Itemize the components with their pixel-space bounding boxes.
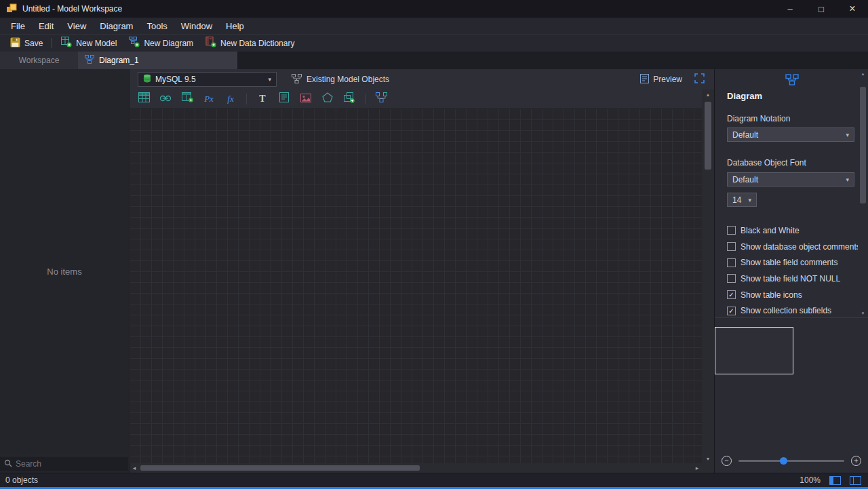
database-version-select[interactable]: MySQL 9.5 ▾ bbox=[138, 72, 277, 87]
new-model-button[interactable]: New Model bbox=[55, 35, 123, 52]
note-icon bbox=[279, 92, 289, 105]
text-label-tool[interactable]: T bbox=[256, 93, 269, 105]
auto-layout-tool[interactable] bbox=[375, 93, 387, 105]
maximize-button[interactable]: □ bbox=[806, 0, 837, 18]
model-workspace-window: Untitled - Model Workspace – □ × File Ed… bbox=[0, 0, 868, 489]
menu-tools[interactable]: Tools bbox=[140, 18, 174, 34]
shape-tool[interactable] bbox=[321, 93, 334, 105]
search-icon bbox=[4, 458, 12, 470]
tools-separator-2 bbox=[365, 94, 366, 104]
diagram-grid-canvas[interactable] bbox=[130, 109, 702, 463]
checkbox-box[interactable]: ✓ bbox=[727, 307, 736, 315]
tab-workspace[interactable]: Workspace bbox=[0, 52, 78, 69]
menu-help[interactable]: Help bbox=[219, 18, 251, 34]
note-tool[interactable] bbox=[278, 93, 290, 105]
save-icon bbox=[10, 37, 20, 50]
scroll-up-icon[interactable]: ▲ bbox=[858, 69, 868, 78]
function-tool[interactable]: fx bbox=[224, 93, 237, 105]
object-font-label: Database Object Font bbox=[727, 158, 806, 168]
checkbox-show-field-not-null[interactable]: Show table field NOT NULL bbox=[727, 271, 861, 287]
zoom-level: 100% bbox=[800, 475, 821, 485]
checkbox-box[interactable]: ✓ bbox=[727, 290, 736, 299]
diagram-minimap[interactable] bbox=[715, 327, 793, 374]
checkbox-box[interactable] bbox=[727, 258, 736, 267]
px-icon: Px bbox=[204, 94, 214, 104]
scroll-right-icon[interactable]: ▸ bbox=[692, 463, 702, 473]
close-button[interactable]: × bbox=[837, 0, 868, 18]
canvas-vertical-scrollbar[interactable]: ▲ ▼ bbox=[702, 90, 714, 463]
horizontal-scroll-thumb[interactable] bbox=[140, 465, 420, 471]
zoom-slider-thumb[interactable] bbox=[780, 457, 787, 465]
add-layer-tool[interactable] bbox=[343, 93, 355, 105]
menu-diagram[interactable]: Diagram bbox=[93, 18, 140, 34]
menu-window[interactable]: Window bbox=[174, 18, 219, 34]
chevron-down-icon: ▾ bbox=[268, 76, 271, 83]
checkbox-show-db-object-comments[interactable]: Show database object comments bbox=[727, 239, 861, 255]
canvas-horizontal-scrollbar[interactable]: ◂ ▸ bbox=[130, 463, 702, 473]
scroll-up-icon[interactable]: ▲ bbox=[702, 90, 714, 99]
shape-icon bbox=[322, 92, 333, 105]
font-size-select[interactable]: 14 ▾ bbox=[727, 193, 757, 207]
image-tool[interactable] bbox=[300, 93, 312, 105]
tabbar: Workspace Diagram_1 bbox=[0, 52, 868, 69]
search-input[interactable] bbox=[16, 459, 124, 469]
menu-file[interactable]: File bbox=[4, 18, 32, 34]
object-font-select[interactable]: Default ▾ bbox=[727, 172, 854, 187]
checkbox-show-table-icons[interactable]: ✓ Show table icons bbox=[727, 287, 861, 303]
minimize-button[interactable]: – bbox=[774, 0, 806, 18]
menu-view[interactable]: View bbox=[60, 18, 93, 34]
menu-edit[interactable]: Edit bbox=[32, 18, 60, 34]
existing-model-objects-button[interactable]: Existing Model Objects bbox=[292, 74, 389, 85]
zoom-out-button[interactable]: − bbox=[722, 456, 732, 466]
new-view-tool[interactable] bbox=[181, 93, 193, 105]
checkbox-black-and-white[interactable]: Black and White bbox=[727, 222, 861, 239]
panel-title: Diagram bbox=[727, 91, 762, 101]
panel-scroll-thumb[interactable] bbox=[860, 87, 866, 203]
view-grid-icon bbox=[182, 92, 193, 105]
zoom-in-button[interactable]: + bbox=[851, 456, 861, 466]
database-icon bbox=[143, 74, 151, 85]
checkbox-box[interactable] bbox=[727, 274, 736, 283]
canvas-toolbar-tools: Px fx T bbox=[130, 90, 714, 109]
new-data-dictionary-button[interactable]: New Data Dictionary bbox=[199, 35, 300, 52]
table-icon bbox=[138, 92, 150, 105]
diagram-notation-select[interactable]: Default ▾ bbox=[727, 128, 854, 142]
checkbox-show-field-comments[interactable]: Show table field comments bbox=[727, 254, 861, 271]
window-title: Untitled - Model Workspace bbox=[22, 4, 122, 14]
preview-icon bbox=[640, 74, 649, 85]
scroll-down-icon[interactable]: ▼ bbox=[702, 454, 714, 463]
checkbox-box[interactable] bbox=[727, 242, 736, 251]
image-icon bbox=[300, 93, 311, 105]
panel-scrollbar[interactable]: ▲ ▼ bbox=[858, 69, 868, 317]
chevron-down-icon: ▾ bbox=[846, 132, 849, 138]
checkbox-box[interactable] bbox=[727, 226, 736, 235]
app-icon bbox=[6, 3, 17, 14]
scroll-down-icon[interactable]: ▼ bbox=[858, 309, 868, 317]
vertical-scroll-thumb[interactable] bbox=[705, 102, 711, 170]
zoom-control: − + bbox=[722, 454, 861, 467]
no-items-text: No items bbox=[0, 267, 129, 277]
tools-separator bbox=[246, 94, 247, 104]
new-diagram-icon bbox=[129, 37, 140, 50]
diagram-canvas-area: MySQL 9.5 ▾ Existing Model Objects Previ… bbox=[130, 69, 714, 473]
main-area: No items MySQL 9.5 ▾ bbox=[0, 69, 868, 473]
new-table-tool[interactable] bbox=[138, 93, 150, 105]
diagram-notation-label: Diagram Notation bbox=[727, 114, 790, 123]
toggle-left-panel-button[interactable] bbox=[829, 476, 841, 485]
fullscreen-button[interactable] bbox=[694, 73, 705, 86]
save-button[interactable]: Save bbox=[4, 35, 49, 52]
new-data-dictionary-icon bbox=[205, 37, 216, 50]
options-checkbox-list: Black and White Show database object com… bbox=[727, 222, 861, 319]
layers-icon bbox=[344, 92, 355, 106]
scroll-left-icon[interactable]: ◂ bbox=[130, 463, 139, 473]
preview-button[interactable]: Preview bbox=[640, 74, 682, 85]
toggle-right-panel-button[interactable] bbox=[850, 476, 861, 485]
checkbox-show-collection-subfields[interactable]: ✓ Show collection subfields bbox=[727, 302, 861, 319]
new-diagram-button[interactable]: New Diagram bbox=[123, 35, 199, 52]
zoom-slider[interactable] bbox=[738, 460, 844, 462]
new-relation-tool[interactable] bbox=[159, 93, 172, 105]
main-toolbar: Save New Model New Diagram New Data Dict… bbox=[0, 34, 868, 52]
tab-diagram-1[interactable]: Diagram_1 bbox=[78, 52, 237, 69]
fx-icon: fx bbox=[227, 94, 233, 104]
field-defaults-tool[interactable]: Px bbox=[203, 93, 215, 105]
